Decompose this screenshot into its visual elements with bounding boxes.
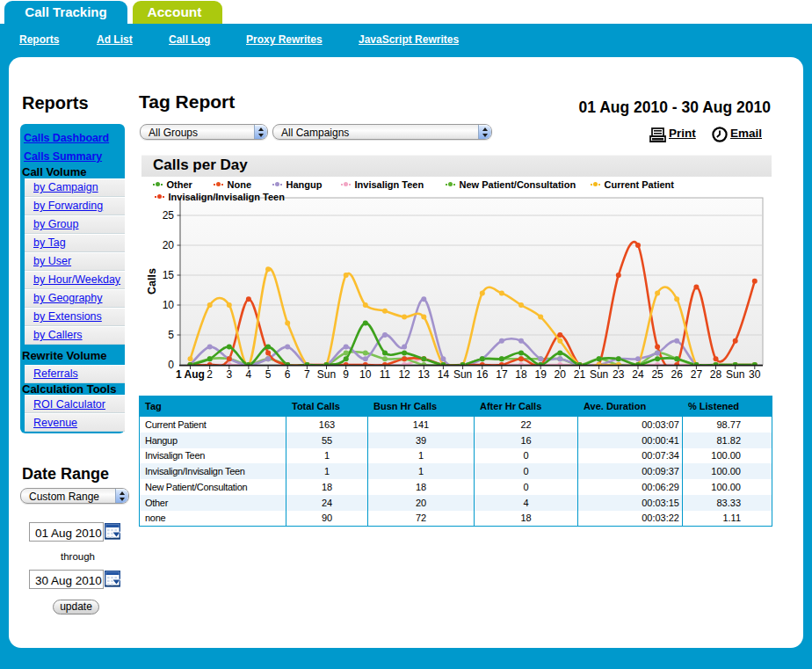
svg-text:5: 5 [265,368,272,381]
svg-text:11: 11 [380,368,391,381]
svg-text:6: 6 [285,368,291,381]
svg-text:24: 24 [632,368,644,381]
svg-text:5: 5 [168,329,174,341]
svg-text:Sun: Sun [317,368,336,381]
svg-text:27: 27 [691,368,703,381]
svg-text:18: 18 [515,368,527,381]
svg-text:28: 28 [710,368,722,381]
svg-text:25: 25 [651,368,663,381]
svg-text:2: 2 [207,368,213,381]
svg-text:Sun: Sun [590,368,608,381]
svg-text:7: 7 [304,368,310,381]
svg-text:14: 14 [438,368,450,381]
svg-text:20: 20 [555,368,567,381]
svg-text:1 Aug: 1 Aug [176,368,205,381]
svg-text:19: 19 [535,368,547,381]
svg-text:21: 21 [574,368,586,381]
svg-text:15: 15 [163,269,175,281]
svg-text:26: 26 [671,368,684,381]
svg-text:Sun: Sun [453,368,472,381]
svg-text:Calls: Calls [146,268,158,295]
svg-text:13: 13 [418,368,431,381]
svg-text:3: 3 [226,368,232,381]
svg-text:10: 10 [163,299,175,311]
svg-text:10: 10 [359,368,372,381]
svg-text:30: 30 [749,368,761,381]
svg-text:9: 9 [343,368,349,381]
svg-text:Sun: Sun [726,368,744,381]
svg-text:20: 20 [163,239,175,251]
svg-text:16: 16 [476,368,489,381]
svg-text:0: 0 [168,359,174,371]
svg-text:23: 23 [613,368,625,381]
svg-text:12: 12 [398,368,410,381]
svg-text:4: 4 [246,368,252,381]
svg-text:17: 17 [496,368,508,381]
svg-text:25: 25 [163,209,175,222]
